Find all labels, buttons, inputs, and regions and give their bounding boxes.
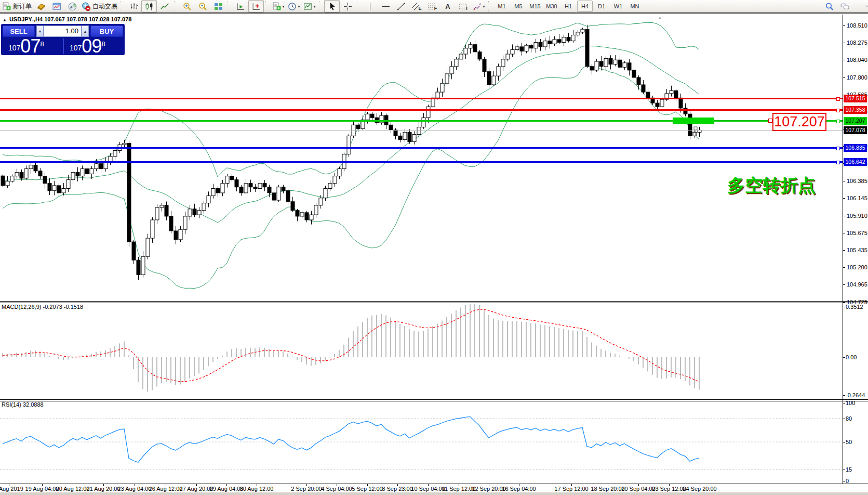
one-click-trading-panel: SELL ▼ 1.00 ▲ BUY 107078 107098 — [1, 24, 125, 55]
tf-button-M15[interactable]: M15 — [527, 1, 543, 12]
fibonacci-button[interactable]: F — [424, 0, 440, 12]
price-box-connector-line — [714, 120, 772, 121]
time-axis-label: 11 Sep 12:00 — [442, 486, 476, 492]
zoom-in-button[interactable] — [179, 0, 195, 12]
pane-separator[interactable] — [0, 401, 868, 401]
rsi-axis-label: 15 — [846, 466, 852, 473]
price-tick-label: 104.965 — [847, 281, 867, 288]
new-chart-button[interactable] — [49, 0, 64, 12]
macd-axis-tick — [843, 357, 845, 358]
signals-button[interactable] — [64, 0, 80, 12]
candlestick-button[interactable] — [141, 0, 157, 12]
tf-button-M5[interactable]: M5 — [511, 1, 526, 12]
tf-button-M1[interactable]: M1 — [494, 1, 510, 12]
chat-button[interactable] — [837, 0, 853, 12]
toolbar-button-group: 新订单自动交易▾▾▾EFAT▾ — [1, 0, 493, 12]
periods-button[interactable]: ▾ — [286, 0, 302, 12]
price-tick-label: 108.510 — [847, 22, 867, 29]
price-tick-label: 105.200 — [847, 264, 867, 270]
new-chart-icon — [52, 2, 61, 11]
tf-button-M30[interactable]: M30 — [544, 1, 559, 12]
level-price-badge: 106.642 — [844, 158, 867, 166]
toolbar-separator — [121, 1, 124, 11]
text-button[interactable]: A — [440, 0, 456, 12]
level-line-anchor-square — [836, 120, 840, 123]
chevron-down-icon[interactable]: ▾ — [298, 4, 300, 9]
cursor-button[interactable] — [324, 0, 340, 12]
hline-button[interactable] — [378, 0, 393, 12]
chart-region: ▲USDJPY-,H4 107.067 107.078 107.028 107.… — [0, 15, 868, 495]
text-label-button[interactable]: T — [456, 0, 471, 12]
price-annotation-box[interactable]: 107.207 — [772, 113, 826, 131]
chart-shift-marker-icon[interactable]: ▲ — [658, 15, 662, 20]
tf-button-H4[interactable]: H4 — [577, 1, 593, 12]
level-line-anchor-square — [836, 97, 840, 101]
rsi-pane[interactable] — [0, 416, 843, 469]
rsi-axis-label: 80 — [846, 415, 852, 422]
templates-button[interactable]: ▾ — [302, 0, 317, 12]
time-axis-label: 27 Aug 20:00 — [180, 486, 213, 492]
styler-button[interactable] — [33, 0, 49, 12]
zoom-out-button[interactable] — [195, 0, 210, 12]
macd-axis-tick — [843, 307, 845, 307]
trendline-button[interactable] — [393, 0, 409, 12]
tf-button-W1[interactable]: W1 — [610, 1, 626, 12]
main-pane[interactable] — [1, 22, 701, 288]
sell-price-point: 8 — [40, 41, 44, 47]
search-button[interactable] — [822, 0, 837, 12]
vline-button[interactable] — [362, 0, 378, 12]
autotrade-button[interactable]: 自动交易 — [80, 0, 119, 12]
level-line-anchor-square — [836, 161, 840, 164]
chevron-down-icon[interactable]: ▾ — [313, 4, 315, 9]
vline-icon — [366, 2, 375, 11]
toolbar-overflow-icon[interactable]: » — [865, 4, 868, 9]
chevron-down-icon[interactable]: ▾ — [282, 4, 284, 9]
price-tick-label: 107.800 — [847, 74, 867, 81]
zoom-in-icon — [183, 2, 192, 11]
tile-windows-button[interactable] — [210, 0, 226, 12]
price-axis-tick — [843, 267, 845, 268]
bar-chart-button[interactable] — [126, 0, 141, 12]
channel-button[interactable]: E — [409, 0, 424, 12]
time-axis-label: 19 Aug 04:00 — [25, 486, 59, 492]
new-order-button[interactable]: 新订单 — [1, 0, 33, 12]
horizontal-level-line[interactable] — [0, 161, 843, 163]
level-line-anchor-square — [836, 147, 840, 150]
bollinger-band-m — [3, 46, 699, 223]
timeframe-button-group: M1M5M15M30H1H4D1W1MN — [493, 1, 643, 12]
arrows-button[interactable]: ▾ — [471, 0, 487, 12]
horizontal-level-line[interactable] — [0, 109, 843, 111]
pane-separator[interactable] — [0, 303, 868, 303]
line-chart-icon — [161, 2, 169, 11]
chart-bottom-border — [0, 484, 868, 484]
line-chart-button[interactable] — [157, 0, 172, 12]
indicators-icon — [272, 2, 281, 11]
tf-button-MN[interactable]: MN — [627, 1, 643, 12]
time-axis-label: 5 Aug 2019 — [0, 486, 23, 492]
tf-button-D1[interactable]: D1 — [594, 1, 609, 12]
autotrade-icon — [82, 2, 90, 11]
chevron-down-icon[interactable]: ▾ — [483, 4, 485, 9]
green-highlight-bar[interactable] — [673, 118, 714, 124]
buy-price-figure: 107 — [70, 43, 82, 53]
crosshair-button[interactable] — [340, 0, 355, 12]
icon-letter: E — [418, 6, 421, 11]
turning-point-annotation[interactable]: 多空转折点 — [727, 174, 816, 198]
buy-price: 107098 — [70, 38, 105, 55]
horizontal-level-line[interactable] — [0, 147, 843, 149]
auto-scroll-button[interactable] — [233, 0, 248, 12]
price-axis-tick — [843, 250, 845, 251]
volume-input[interactable]: 1.00 — [44, 25, 82, 37]
object-marker[interactable] — [694, 127, 697, 130]
rsi-indicator-label: RSI(14) 32.0888 — [2, 401, 44, 408]
tf-button-H1[interactable]: H1 — [560, 1, 576, 12]
pane-separator[interactable] — [0, 399, 868, 400]
indicators-button[interactable]: ▾ — [271, 0, 286, 12]
macd-pane[interactable] — [3, 303, 699, 392]
price-axis-tick — [843, 233, 845, 233]
pane-separator[interactable] — [0, 301, 868, 302]
horizontal-level-line[interactable] — [0, 98, 843, 99]
chart-shift-button[interactable] — [248, 0, 264, 12]
toolbar-separator — [357, 1, 360, 11]
chart-canvas[interactable] — [0, 15, 843, 495]
